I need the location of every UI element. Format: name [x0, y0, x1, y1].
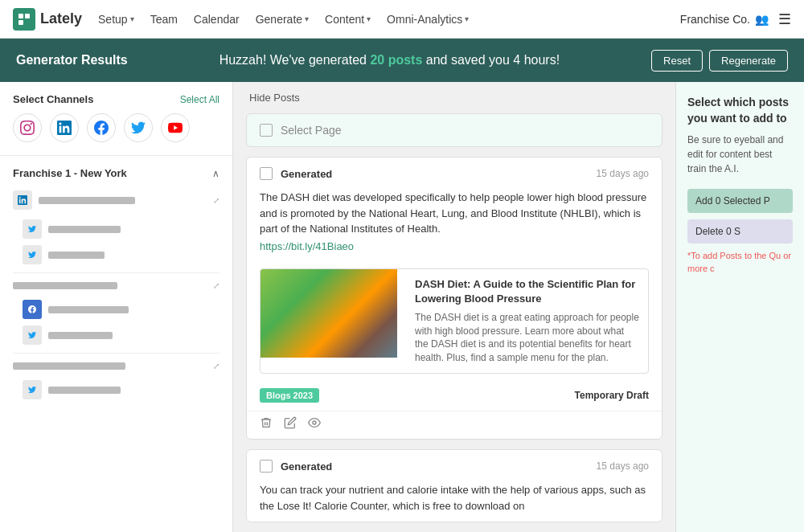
banner-posts-count: 20 posts: [370, 53, 422, 67]
channel-row-1[interactable]: ⤢: [0, 186, 232, 215]
post-1-image-visual: [260, 269, 397, 358]
add-selected-button[interactable]: Add 0 Selected P: [687, 189, 793, 213]
franchise-header[interactable]: Franchise 1 - New York ∧: [0, 159, 232, 186]
sub-channel-group-3: [0, 375, 232, 404]
nav-content[interactable]: Content ▾: [325, 13, 371, 26]
post-1-preview-desc: The DASH diet is a great eating approach…: [415, 311, 640, 365]
franchise-name: Franchise 1 - New York: [13, 167, 127, 179]
generator-results-banner: Generator Results Huzzah! We've generate…: [0, 39, 804, 82]
app-name: Lately: [40, 10, 82, 27]
post-1-footer: Blogs 2023 Temporary Draft: [247, 382, 662, 411]
right-panel: Select which posts you want to add to Be…: [675, 82, 804, 532]
franchise-label: Franchise Co.: [680, 13, 750, 26]
post-1-preview-title: DASH Diet: A Guide to the Scientific Pla…: [415, 277, 640, 306]
post-2-status: Generated: [281, 460, 589, 473]
twitter-channel-icon[interactable]: [124, 113, 153, 142]
banner-title: Generator Results: [16, 53, 128, 68]
channel-divider-1: [13, 272, 219, 273]
instagram-channel-icon[interactable]: [13, 113, 42, 142]
expand-icon-1: ⤢: [213, 196, 219, 205]
sub-channel-3a[interactable]: [23, 377, 219, 403]
sidebar-divider: [0, 155, 232, 156]
post-1-preview-content: DASH Diet: A Guide to the Scientific Pla…: [407, 269, 648, 374]
post-1-preview-image: [260, 269, 397, 358]
select-page-row[interactable]: Select Page: [246, 113, 662, 147]
banner-prefix: Huzzah! We've generated: [219, 53, 371, 67]
channel-name-blurred-2: [13, 282, 117, 289]
top-navigation: Lately Setup ▾ Team Calendar Generate ▾ …: [0, 0, 804, 39]
post-1-status: Generated: [281, 168, 589, 180]
channels-title: Select Channels: [13, 93, 93, 105]
post-2-text: You can track your nutrient and calorie …: [260, 482, 649, 514]
franchise-selector[interactable]: Franchise Co. 👥: [680, 13, 769, 26]
channel-name-blurred-3: [13, 362, 125, 370]
right-panel-title: Select which posts you want to add to: [687, 95, 793, 126]
select-page-checkbox[interactable]: [260, 124, 273, 137]
post-2-body: You can track your nutrient and calorie …: [247, 477, 662, 522]
post-card-1: Generated 15 days ago The DASH diet was …: [246, 157, 662, 440]
regenerate-button[interactable]: Regenerate: [709, 50, 788, 72]
facebook-channel-icon[interactable]: [87, 113, 116, 142]
sub-channel-icon-3a: [23, 380, 42, 399]
banner-message: Huzzah! We've generated 20 posts and sav…: [219, 53, 560, 68]
post-card-2-header: Generated 15 days ago: [247, 450, 662, 477]
post-1-link[interactable]: https://bit.ly/41Biaeo: [260, 240, 649, 252]
main-layout: Select Channels Select All Franch: [0, 82, 804, 532]
post-card-2: Generated 15 days ago You can track your…: [246, 449, 662, 522]
post-1-checkbox[interactable]: [260, 167, 273, 180]
app-logo[interactable]: Lately: [13, 8, 82, 31]
post-card-1-header: Generated 15 days ago: [247, 158, 662, 185]
post-1-draft-status: Temporary Draft: [575, 390, 649, 401]
nav-omni-analytics[interactable]: Omni-Analytics ▾: [387, 13, 469, 26]
delete-selected-button[interactable]: Delete 0 S: [687, 219, 793, 243]
youtube-channel-icon[interactable]: [161, 113, 190, 142]
svg-rect-2: [18, 20, 23, 25]
sub-channel-icon-1b: [23, 245, 42, 264]
sub-channel-2a[interactable]: [23, 297, 219, 322]
right-panel-note: *To add Posts to the Qu or more c: [687, 250, 793, 275]
banner-suffix: and saved you 4 hours!: [422, 53, 560, 67]
svg-rect-1: [25, 14, 30, 18]
post-1-tag: Blogs 2023: [260, 388, 319, 403]
channel-name-blurred-1: [39, 197, 135, 204]
select-page-label: Select Page: [281, 124, 342, 137]
banner-actions: Reset Regenerate: [651, 50, 788, 72]
channel-divider-2: [13, 353, 219, 354]
post-1-view-button[interactable]: [308, 416, 321, 429]
nav-links: Setup ▾ Team Calendar Generate ▾ Content…: [98, 13, 664, 26]
nav-generate[interactable]: Generate ▾: [256, 13, 309, 26]
svg-point-3: [313, 421, 316, 424]
sub-channel-1b[interactable]: [23, 242, 219, 268]
post-2-checkbox[interactable]: [260, 460, 273, 473]
nav-team[interactable]: Team: [150, 13, 178, 26]
post-1-text: The DASH diet was developed specifically…: [260, 190, 649, 237]
reset-button[interactable]: Reset: [651, 50, 703, 72]
sub-channel-icon-1a: [23, 219, 42, 239]
sub-channel-name-2a: [48, 306, 129, 313]
hide-posts-link[interactable]: Hide Posts: [249, 92, 300, 104]
linkedin-channel-icon[interactable]: [50, 113, 79, 142]
post-1-delete-button[interactable]: [260, 416, 273, 429]
nav-setup[interactable]: Setup ▾: [98, 13, 134, 26]
sub-channel-2b[interactable]: [23, 322, 219, 348]
hamburger-menu-icon[interactable]: ☰: [778, 10, 791, 28]
hide-posts-bar: Hide Posts: [233, 82, 675, 113]
sub-channel-group-2: [0, 295, 232, 350]
channels-header: Select Channels Select All: [0, 82, 232, 113]
sub-channel-1a[interactable]: [23, 216, 219, 242]
franchise-section: Franchise 1 - New York ∧ ⤢: [0, 159, 232, 404]
post-1-actions: [247, 411, 662, 439]
channel-icon-1: [13, 190, 32, 210]
select-all-button[interactable]: Select All: [180, 94, 219, 105]
sub-channel-group-1: [0, 215, 232, 269]
nav-calendar[interactable]: Calendar: [194, 13, 240, 26]
content-area: Hide Posts Select Page Generated 15 days…: [233, 82, 675, 532]
logo-icon: [13, 8, 35, 31]
channel-row-3[interactable]: ⤢: [0, 357, 232, 375]
channel-row-2[interactable]: ⤢: [0, 276, 232, 295]
franchise-icon: 👥: [755, 13, 769, 26]
sub-channel-name-1a: [48, 226, 121, 233]
svg-rect-0: [18, 14, 23, 18]
post-1-edit-button[interactable]: [284, 416, 297, 429]
sub-channel-icon-2a: [23, 300, 42, 319]
